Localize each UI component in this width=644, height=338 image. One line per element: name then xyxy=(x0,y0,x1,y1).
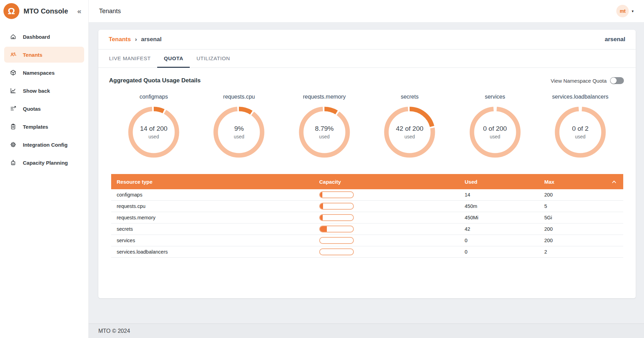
table-header: Resource type Capacity Used Max xyxy=(111,174,623,189)
col-max: Max xyxy=(539,179,606,185)
table-row: configmaps14200 xyxy=(111,189,623,201)
max-cell: 200 xyxy=(539,226,606,232)
donut-label: requests.cpu xyxy=(223,94,255,100)
tab-live-manifest[interactable]: LIVE MANIFEST xyxy=(102,49,157,68)
tenant-name-label: arsenal xyxy=(605,36,625,43)
sidebar: Ω MTO Console « DashboardTenantsNamespac… xyxy=(0,0,89,338)
content: Tenants › arsenal arsenal LIVE MANIFESTQ… xyxy=(89,22,644,323)
sidebar-collapse-icon[interactable]: « xyxy=(75,7,83,15)
max-cell: 2 xyxy=(539,249,606,255)
sidebar-item-quotas[interactable]: Quotas xyxy=(4,101,84,117)
col-used: Used xyxy=(459,179,539,185)
donut-center: 42 of 200used xyxy=(384,106,436,158)
sidebar-item-label: Integration Config xyxy=(23,142,68,148)
tenant-card: Tenants › arsenal arsenal LIVE MANIFESTQ… xyxy=(98,30,636,298)
sidebar-nav: DashboardTenantsNamespacesShow backQuota… xyxy=(0,28,88,172)
tab-quota[interactable]: QUOTA xyxy=(157,49,190,68)
sidebar-item-dashboard[interactable]: Dashboard xyxy=(4,29,84,45)
sidebar-item-capacity-planning[interactable]: Capacity Planning xyxy=(4,155,84,171)
resource-cell: services xyxy=(111,238,314,243)
capacity-bar xyxy=(319,203,354,210)
donut-label: configmaps xyxy=(140,94,168,100)
breadcrumb-root-link[interactable]: Tenants xyxy=(109,36,131,43)
capacity-bar xyxy=(319,191,354,198)
topbar: Tenants mt ▾ xyxy=(89,0,644,22)
sidebar-item-label: Namespaces xyxy=(23,70,55,76)
sort-control[interactable] xyxy=(606,180,623,183)
donut-center: 9%used xyxy=(213,106,265,158)
avatar[interactable]: mt xyxy=(616,5,629,17)
used-cell: 450Mi xyxy=(459,215,539,220)
chevron-down-icon: ▾ xyxy=(632,9,634,13)
table-row: services.loadbalancers02 xyxy=(111,246,623,258)
namespace-quota-toggle-group: View Namespace Quota xyxy=(551,77,624,84)
integration-config-icon xyxy=(10,141,17,148)
sidebar-item-label: Capacity Planning xyxy=(23,160,68,166)
col-resource-type: Resource type xyxy=(111,179,314,185)
footer: MTO © 2024 xyxy=(89,323,644,338)
sidebar-header: Ω MTO Console « xyxy=(0,0,88,22)
sidebar-item-templates[interactable]: Templates xyxy=(4,119,84,135)
sidebar-item-label: Dashboard xyxy=(23,34,50,40)
breadcrumb-current: arsenal xyxy=(141,36,162,43)
max-cell: 200 xyxy=(539,192,606,198)
resource-cell: secrets xyxy=(111,226,314,232)
breadcrumb: Tenants › arsenal arsenal xyxy=(98,30,636,49)
sidebar-item-show-back[interactable]: Show back xyxy=(4,83,84,99)
donut-chart: 0 of 200used xyxy=(469,106,521,158)
resource-cell: services.loadbalancers xyxy=(111,249,314,255)
donut-value: 14 of 200 xyxy=(140,125,167,133)
namespace-quota-toggle[interactable] xyxy=(610,77,624,84)
page-title: Tenants xyxy=(99,8,121,15)
quotas-icon xyxy=(10,105,17,112)
donut-value: 0 of 2 xyxy=(572,125,589,133)
donut-value: 8.79% xyxy=(315,125,334,133)
max-cell: 200 xyxy=(539,238,606,243)
max-cell: 5Gi xyxy=(539,215,606,220)
sidebar-item-namespaces[interactable]: Namespaces xyxy=(4,65,84,81)
sidebar-item-tenants[interactable]: Tenants xyxy=(4,47,84,63)
table-row: secrets42200 xyxy=(111,223,623,235)
capacity-bar xyxy=(319,248,354,255)
donut-label: services.loadbalancers xyxy=(552,94,609,100)
table-row: requests.cpu450m5 xyxy=(111,201,623,212)
breadcrumb-chevron-icon: › xyxy=(135,36,137,43)
quota-table: Resource type Capacity Used Max configma… xyxy=(111,174,623,258)
sidebar-item-label: Templates xyxy=(23,124,48,130)
templates-icon xyxy=(10,123,17,130)
donut-requests.cpu: requests.cpu9%used xyxy=(199,94,279,158)
sidebar-item-label: Tenants xyxy=(23,52,42,58)
tab-utilization[interactable]: UTILIZATION xyxy=(190,49,236,68)
donut-center: 0 of 2used xyxy=(554,106,606,158)
resource-cell: configmaps xyxy=(111,192,314,198)
user-menu[interactable]: mt ▾ xyxy=(616,5,634,17)
donut-sub-label: used xyxy=(149,134,159,139)
col-capacity: Capacity xyxy=(314,179,459,185)
donut-sub-label: used xyxy=(404,134,415,139)
donut-center: 8.79%used xyxy=(298,106,350,158)
donut-center: 0 of 200used xyxy=(469,106,521,158)
donut-sub-label: used xyxy=(490,134,500,139)
table-row: services0200 xyxy=(111,235,623,246)
used-cell: 450m xyxy=(459,203,539,209)
donut-chart: 8.79%used xyxy=(298,106,350,158)
footer-copyright: MTO © 2024 xyxy=(98,328,130,334)
chevron-up-icon xyxy=(612,180,616,183)
used-cell: 0 xyxy=(459,249,539,255)
home-icon xyxy=(10,33,17,40)
donut-chart: 9%used xyxy=(213,106,265,158)
tabs: LIVE MANIFESTQUOTAUTILIZATION xyxy=(98,49,636,68)
donut-secrets: secrets42 of 200used xyxy=(369,94,450,158)
donut-requests.memory: requests.memory8.79%used xyxy=(284,94,365,158)
donut-label: requests.memory xyxy=(303,94,346,100)
donut-value: 9% xyxy=(234,125,244,133)
table-body: configmaps14200requests.cpu450m5requests… xyxy=(111,189,623,258)
donut-center: 14 of 200used xyxy=(128,106,180,158)
capacity-planning-icon xyxy=(10,159,17,166)
resource-cell: requests.memory xyxy=(111,215,314,220)
donut-chart: 14 of 200used xyxy=(128,106,180,158)
main-area: Tenants mt ▾ Tenants › arsenal arsenal L… xyxy=(89,0,644,338)
sidebar-item-integration-config[interactable]: Integration Config xyxy=(4,137,84,153)
capacity-bar xyxy=(319,226,354,232)
capacity-cell xyxy=(314,248,459,255)
